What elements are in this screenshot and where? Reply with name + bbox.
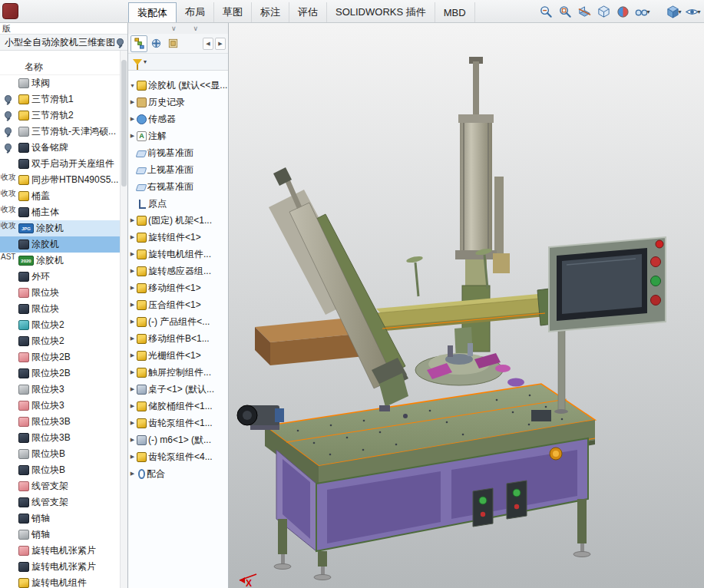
expand-arrow-icon[interactable]: ▶ [128,302,137,308]
component-row[interactable]: 限位块2 [0,333,120,349]
component-row[interactable]: 旋转电机张紧片 [0,559,120,575]
component-row[interactable]: 球阀 [0,75,120,91]
feature-row[interactable]: ▶旋转组件<1> [128,229,228,246]
feature-row[interactable]: ▶(-) m6<1> (默... [128,431,228,448]
feature-row[interactable]: ▶移动组件B<1... [128,330,228,347]
feature-row[interactable]: ▶移动组件<1> [128,279,228,296]
expand-arrow-icon[interactable]: ▶ [128,116,137,122]
filter-dropdown-icon[interactable]: ▾ [144,58,147,65]
expand-arrow-icon[interactable]: ▶ [128,319,137,325]
component-row[interactable]: 限位块3 [0,398,120,414]
pin-panel-icon[interactable] [112,35,124,50]
component-row[interactable]: 三节滑轨-天津鸿硕... [0,124,120,140]
scroll-left-button[interactable]: ◀ [203,38,213,50]
scroll-right-button[interactable]: ▶ [215,38,226,50]
feature-row[interactable]: ▶齿轮泵组件<1... [128,415,228,431]
ribbon-tab[interactable]: 草图 [214,2,252,22]
scrollbar-thumb[interactable] [121,60,127,187]
feature-row[interactable]: ▶旋转感应器组... [128,263,228,279]
ribbon-tab[interactable]: 布局 [177,2,214,22]
property-manager-tab[interactable] [147,35,164,52]
component-row[interactable]: 限位块3 [0,382,120,398]
ribbon-tab[interactable]: 装配体 [128,2,177,22]
3d-model-canvas[interactable]: X [229,23,704,588]
feature-row[interactable]: 右视基准面 [128,178,228,195]
component-row[interactable]: 双手启动开关座组件 [0,156,120,172]
feature-row[interactable]: ▶触屏控制组件... [128,364,228,381]
feature-row[interactable]: 原点 [128,195,228,212]
component-row[interactable]: 线管支架 [0,494,120,510]
edit-appearance-button[interactable] [613,2,633,21]
feature-row[interactable]: 上视基准面 [128,161,228,178]
feature-row[interactable]: ▶(-) 产品组件<... [128,313,228,330]
feature-row[interactable]: ▶储胶桶组件<1... [128,398,228,415]
collapse-ribbon-icon[interactable]: ∨ [193,25,199,32]
component-row[interactable]: 三节滑轨2 [0,107,120,124]
component-row[interactable]: 限位块 [0,301,120,317]
collapse-ribbon-icon[interactable]: ∨ [171,25,177,32]
zoom-fit-button[interactable] [537,2,556,21]
feature-row[interactable]: ▶光栅组件<1> [128,347,228,364]
expand-arrow-icon[interactable]: ▶ [128,403,137,409]
expand-arrow-icon[interactable]: ▶ [128,437,137,443]
component-row[interactable]: 旋转电机组件 [0,575,120,588]
expand-arrow-icon[interactable]: ▶ [128,454,137,460]
feature-row[interactable]: ▶压合组件<1> [128,296,228,313]
ribbon-tab[interactable]: 评估 [289,2,327,22]
feature-row[interactable]: ▶配合 [128,465,228,482]
feature-row[interactable]: ▶历史记录 [128,94,228,111]
expand-arrow-icon[interactable]: ▶ [128,471,137,477]
feature-row[interactable]: ▶齿轮泵组件<4... [128,448,228,465]
component-row[interactable]: 收攻桶主体 [0,204,120,220]
hide-show-items-button[interactable]: ▾ [633,2,652,21]
feature-row[interactable]: ▶A注解 [128,127,228,144]
expand-arrow-icon[interactable]: ▶ [128,285,137,291]
feature-row[interactable]: ▶旋转电机组件... [128,246,228,263]
ribbon-tab[interactable]: 标注 [252,2,289,22]
component-row[interactable]: 设备铭牌 [0,140,120,156]
name-column-header[interactable]: 名称 [0,60,127,75]
configuration-manager-tab[interactable] [164,35,181,52]
filter-icon[interactable] [133,59,142,65]
feature-root-row[interactable]: ▼涂胶机 (默认<<显... [128,77,228,94]
expand-arrow-icon[interactable]: ▶ [128,217,137,223]
component-row[interactable]: 限位块B [0,446,120,462]
component-row[interactable]: 三节滑轨1 [0,91,120,107]
feature-row[interactable]: ▶传感器 [128,111,228,127]
graphics-viewport[interactable]: X [229,23,704,588]
expand-arrow-icon[interactable]: ▼ [128,83,137,88]
display-style-button[interactable]: ▾ [664,2,683,21]
component-row[interactable]: 销轴 [0,510,120,527]
ribbon-tab[interactable]: MBD [435,2,475,22]
left-panel-scrollbar[interactable] [120,51,127,588]
component-row[interactable]: 销轴 [0,527,120,543]
component-row[interactable]: 收攻JPG涂胶机 [0,220,120,236]
feature-row[interactable]: ▶桌子<1> (默认... [128,381,228,398]
component-row[interactable]: 外环 [0,269,120,285]
component-row[interactable]: AST2020涂胶机 [0,253,120,269]
component-row[interactable]: 限位块2 [0,317,120,333]
zoom-area-button[interactable] [556,2,575,21]
expand-arrow-icon[interactable]: ▶ [128,251,137,257]
section-view-button[interactable] [575,2,594,21]
component-row[interactable]: 限位块B [0,462,120,478]
expand-arrow-icon[interactable]: ▶ [128,133,137,139]
expand-arrow-icon[interactable]: ▶ [128,99,137,105]
feature-row[interactable]: 前视基准面 [128,144,228,161]
expand-arrow-icon[interactable]: ▶ [128,352,137,358]
expand-arrow-icon[interactable]: ▶ [128,420,137,426]
view-settings-button[interactable]: ▾ [683,2,702,21]
component-row[interactable]: 收攻同步带HTBN490S5... [0,172,120,188]
ribbon-tab[interactable]: SOLIDWORKS 插件 [327,2,435,22]
component-row[interactable]: 涂胶机 [0,236,120,253]
component-row[interactable]: 限位块 [0,285,120,301]
feature-row[interactable]: ▶(固定) 机架<1... [128,212,228,229]
expand-arrow-icon[interactable]: ▶ [128,234,137,240]
view-orientation-button[interactable] [594,2,613,21]
expand-arrow-icon[interactable]: ▶ [128,369,137,375]
component-row[interactable]: 限位块2B [0,349,120,365]
component-row[interactable]: 线管支架 [0,478,120,494]
expand-arrow-icon[interactable]: ▶ [128,268,137,274]
component-row[interactable]: 旋转电机张紧片 [0,543,120,559]
feature-tree-tab[interactable] [131,35,147,52]
